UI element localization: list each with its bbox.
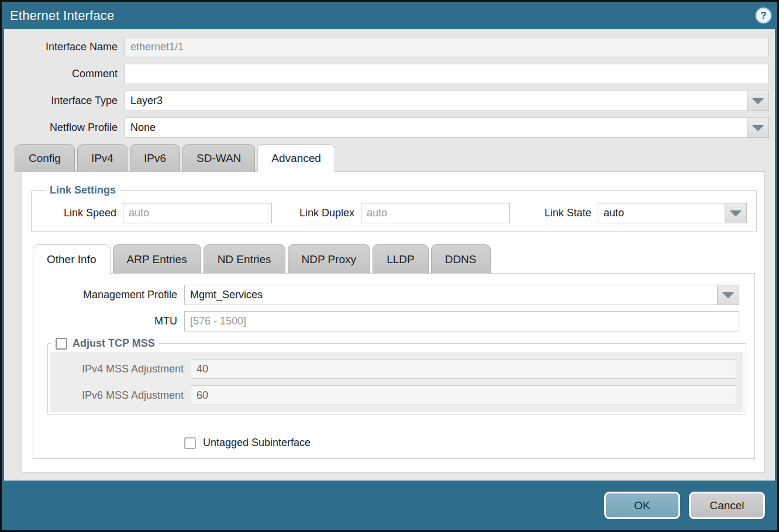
interface-name-row: Interface Name xyxy=(10,37,769,57)
netflow-profile-row: Netflow Profile None xyxy=(10,118,769,138)
ipv4-mss-row: IPv4 MSS Adjustment xyxy=(50,357,736,381)
chevron-down-icon xyxy=(752,125,764,131)
tab-ndp-proxy[interactable]: NDP Proxy xyxy=(288,244,371,274)
management-profile-dropdown-button[interactable] xyxy=(717,285,739,305)
link-speed-label: Link Speed xyxy=(37,207,123,219)
link-speed-group: Link Speed xyxy=(37,203,272,223)
tab-nd-entries[interactable]: ND Entries xyxy=(204,244,285,274)
ipv4-mss-label: IPv4 MSS Adjustment xyxy=(50,363,191,375)
dialog-titlebar: Ethernet Interface ? xyxy=(2,2,777,29)
link-speed-input[interactable] xyxy=(123,203,272,223)
management-profile-value: Mgmt_Services xyxy=(184,285,717,305)
link-settings-legend: Link Settings xyxy=(46,184,120,196)
netflow-profile-value: None xyxy=(125,118,747,138)
tab-ipv6[interactable]: IPv6 xyxy=(130,144,180,172)
mtu-label: MTU xyxy=(33,315,184,327)
ipv6-mss-label: IPv6 MSS Adjustment xyxy=(50,389,191,402)
management-profile-row: Management Profile Mgmt_Services xyxy=(33,285,739,305)
tab-advanced[interactable]: Advanced xyxy=(257,144,335,172)
interface-type-dropdown-button[interactable] xyxy=(747,91,769,111)
tab-lldp[interactable]: LLDP xyxy=(373,244,429,274)
netflow-profile-label: Netflow Profile xyxy=(10,122,125,134)
netflow-profile-dropdown[interactable]: None xyxy=(125,118,769,138)
mtu-input[interactable] xyxy=(184,311,739,331)
tab-ddns[interactable]: DDNS xyxy=(431,244,491,274)
tab-sd-wan[interactable]: SD-WAN xyxy=(182,144,255,172)
mss-disabled-panel: IPv4 MSS Adjustment IPv6 MSS Adjustment xyxy=(50,352,743,412)
comment-row: Comment xyxy=(10,64,769,84)
other-info-panel: Management Profile Mgmt_Services MTU xyxy=(33,273,755,459)
untagged-subinterface-label: Untagged Subinterface xyxy=(203,437,311,449)
link-state-dropdown[interactable]: auto xyxy=(598,203,747,223)
adjust-tcp-mss-fieldset: Adjust TCP MSS IPv4 MSS Adjustment IPv6 … xyxy=(47,337,746,415)
comment-label: Comment xyxy=(10,68,125,80)
link-duplex-label: Link Duplex xyxy=(272,207,361,219)
advanced-tab-panel: Link Settings Link Speed Link Duplex Lin… xyxy=(22,171,765,473)
link-settings-fieldset: Link Settings Link Speed Link Duplex Lin… xyxy=(31,184,757,232)
interface-type-label: Interface Type xyxy=(10,95,125,107)
management-profile-label: Management Profile xyxy=(33,289,184,301)
interface-type-dropdown[interactable]: Layer3 xyxy=(125,91,769,111)
link-state-group: Link State auto xyxy=(510,203,747,223)
ipv6-mss-row: IPv6 MSS Adjustment xyxy=(50,384,736,407)
tab-config[interactable]: Config xyxy=(15,144,75,172)
adjust-tcp-mss-checkbox[interactable] xyxy=(56,338,67,350)
comment-input[interactable] xyxy=(125,64,769,84)
ipv4-mss-input xyxy=(191,359,736,379)
adjust-tcp-mss-legend-row: Adjust TCP MSS xyxy=(51,337,159,350)
link-state-label: Link State xyxy=(510,207,598,219)
cancel-button[interactable]: Cancel xyxy=(689,492,765,519)
tab-arp-entries[interactable]: ARP Entries xyxy=(113,244,201,274)
link-duplex-group: Link Duplex xyxy=(272,203,510,223)
tab-ipv4[interactable]: IPv4 xyxy=(77,144,127,172)
interface-name-label: Interface Name xyxy=(10,41,125,53)
mtu-row: MTU xyxy=(33,311,739,331)
ethernet-interface-dialog: Ethernet Interface ? Interface Name Comm… xyxy=(0,0,779,532)
interface-type-row: Interface Type Layer3 xyxy=(10,91,769,111)
link-state-dropdown-button[interactable] xyxy=(725,203,747,223)
interface-name-input xyxy=(125,37,769,57)
chevron-down-icon xyxy=(730,210,742,216)
dialog-title: Ethernet Interface xyxy=(10,8,114,23)
untagged-subinterface-row: Untagged Subinterface xyxy=(184,437,754,449)
tab-other-info[interactable]: Other Info xyxy=(33,244,111,274)
help-icon[interactable]: ? xyxy=(756,8,771,23)
dialog-body: Interface Name Comment Interface Type La… xyxy=(4,29,775,481)
management-profile-dropdown[interactable]: Mgmt_Services xyxy=(184,285,739,305)
interface-type-value: Layer3 xyxy=(125,91,747,111)
link-state-value: auto xyxy=(598,203,725,223)
main-tab-bar: Config IPv4 IPv6 SD-WAN Advanced xyxy=(15,144,769,171)
untagged-subinterface-checkbox[interactable] xyxy=(184,437,196,449)
adjust-tcp-mss-label: Adjust TCP MSS xyxy=(73,337,155,350)
ok-button[interactable]: OK xyxy=(604,492,680,519)
ipv6-mss-input xyxy=(191,385,736,405)
chevron-down-icon xyxy=(722,292,734,298)
sub-tab-bar: Other Info ARP Entries ND Entries NDP Pr… xyxy=(33,244,757,273)
link-settings-row: Link Speed Link Duplex Link State auto xyxy=(37,203,750,223)
chevron-down-icon xyxy=(752,98,764,104)
link-duplex-input[interactable] xyxy=(361,203,510,223)
dialog-footer: OK Cancel xyxy=(2,481,777,530)
netflow-profile-dropdown-button[interactable] xyxy=(747,118,769,138)
